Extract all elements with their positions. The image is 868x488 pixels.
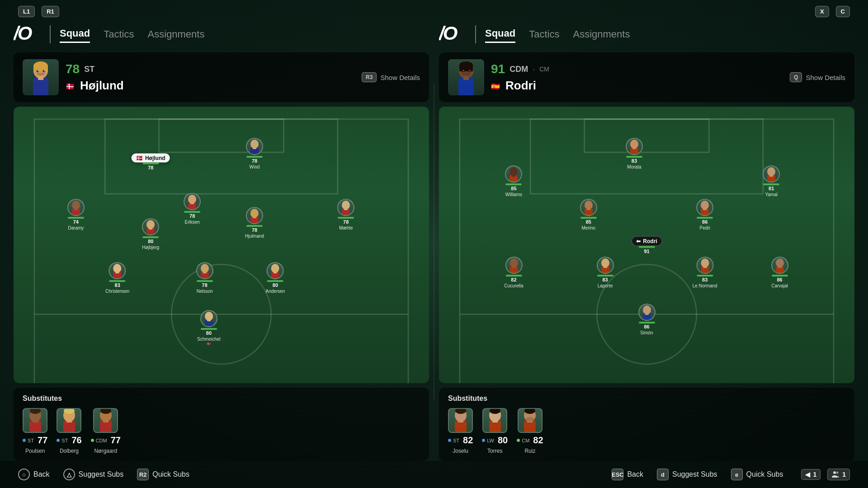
sub-joselu[interactable]: ST 82 Joselu [448, 408, 473, 454]
right-tab-squad[interactable]: Squad [485, 25, 515, 43]
right-back-action[interactable]: ESC Back [612, 469, 643, 480]
daramy-rating: 74 [73, 220, 79, 225]
poulsen-pos-dot [23, 439, 26, 442]
svg-rect-50 [33, 419, 38, 422]
pitch-player-morata[interactable]: 83 Morata [626, 138, 643, 169]
svg-rect-98 [604, 266, 607, 268]
svg-rect-65 [458, 78, 474, 95]
williams-name: Williams [505, 192, 522, 197]
right-tab-tactics[interactable]: Tactics [529, 26, 559, 42]
joselu-pos-dot [448, 439, 451, 442]
laporte-rating: 83 [602, 277, 608, 282]
r1-button[interactable]: R1 [42, 6, 59, 17]
pitch-player-pedri[interactable]: 86 Pedri [696, 199, 713, 230]
maehle-rating: 78 [343, 220, 349, 225]
simon-bar [639, 322, 655, 324]
laporte-name: Laporte [598, 283, 613, 288]
l1-button[interactable]: L1 [18, 6, 35, 17]
left-player-name: Højlund [80, 79, 124, 93]
pitch-player-carvajal[interactable]: 86 Carvajal [771, 257, 788, 288]
svg-rect-35 [149, 227, 152, 230]
pitch-player-daramy[interactable]: 74 Daramy [67, 199, 85, 230]
left-player-card: 78 ST 🇩🇰 Højlund R3 Show Details [14, 52, 429, 102]
pitch-player-williams[interactable]: 85 Williams [505, 165, 522, 197]
poulsen-pos: ST [23, 438, 34, 443]
schmeichel-bar [201, 328, 217, 330]
pitch-player-nelsson[interactable]: 78 Nelsson [196, 262, 213, 294]
pitch-player-simon[interactable]: 86 Simón [638, 304, 656, 335]
svg-text:/O: /O [439, 23, 458, 43]
svg-point-70 [469, 70, 470, 71]
pitch-player-andersen[interactable]: 80 Andersen [266, 262, 285, 294]
pitch-player-schmeichel[interactable]: 80 Schmeichel 🇩🇰 [197, 310, 221, 346]
lenormand-rating: 83 [702, 277, 708, 282]
williams-bar [505, 183, 522, 185]
sub-ruiz[interactable]: CM 82 Ruiz [517, 408, 543, 454]
pitch-player-rodri[interactable]: ⬅ Rodri 91 [631, 236, 662, 254]
svg-rect-15 [159, 119, 284, 153]
hojlund-bubble: 🇩🇰 Højlund [132, 154, 170, 163]
right-suggest-subs-action[interactable]: d Suggest Subs [657, 469, 717, 480]
x-button[interactable]: X [815, 6, 829, 17]
poulsen-pos-label: ST [28, 438, 34, 443]
hjulmand-name: Hjulmand [245, 234, 264, 239]
pitch-player-hjulmand[interactable]: 78 Hjulmand [245, 207, 264, 239]
svg-rect-29 [253, 216, 256, 218]
wind-bar [246, 156, 263, 158]
left-tab-squad[interactable]: Squad [60, 25, 90, 43]
svg-rect-75 [585, 119, 709, 153]
pitch-player-maehle[interactable]: 78 Mæhle [337, 199, 354, 230]
c-button[interactable]: C [836, 6, 850, 17]
svg-rect-80 [632, 147, 636, 149]
right-show-details[interactable]: Q Show Details [790, 72, 845, 82]
joselu-pos-label: ST [453, 438, 459, 443]
sub-torres[interactable]: LW 80 Torres [482, 408, 508, 454]
pitch-player-eriksen[interactable]: 78 Eriksen [184, 193, 201, 225]
merino-name: Merino [582, 225, 596, 230]
pitch-player-lenormand[interactable]: 83 Le Normand [693, 257, 717, 288]
left-show-details-btn: R3 [362, 72, 377, 82]
sub-poulsen[interactable]: ST 77 Poulsen [23, 408, 47, 454]
svg-rect-23 [74, 208, 78, 210]
pitch-player-cucurella[interactable]: 82 Cucurella [504, 257, 523, 288]
pitch-player-christensen[interactable]: 83 Christensen [105, 262, 129, 294]
svg-point-122 [836, 472, 839, 474]
page-counter[interactable]: ◀ 1 [801, 469, 821, 480]
norgaard-name: Nørgaard [94, 448, 117, 454]
nelsson-bar [197, 280, 213, 282]
sub-norgaard[interactable]: CDM 77 Nørgaard [91, 408, 121, 454]
hjulmand-bar [246, 225, 263, 227]
maehle-bar [338, 217, 354, 219]
laporte-bar [597, 275, 613, 277]
ruiz-name: Ruiz [524, 448, 535, 454]
pitch-player-yamal[interactable]: 81 Yamal [763, 165, 780, 197]
rodri-arrow-icon: ⬅ [636, 238, 641, 244]
right-player-avatar [448, 59, 484, 95]
pitch-player-merino[interactable]: 85 Merino [580, 199, 597, 230]
daramy-bar [68, 217, 84, 219]
left-player-pos: ST [84, 65, 94, 74]
yamal-face [763, 165, 780, 183]
cucurella-name: Cucurella [504, 283, 523, 288]
cucurella-rating: 82 [511, 277, 516, 282]
left-suggest-subs-action[interactable]: △ Suggest Subs [63, 469, 124, 480]
pitch-player-laporte[interactable]: 83 Laporte [597, 257, 614, 288]
pitch-player-wind[interactable]: 78 Wind [246, 138, 263, 169]
left-player-rating-pos: 78 ST [66, 62, 355, 76]
left-quick-subs-action[interactable]: R2 Quick Subs [137, 469, 189, 480]
left-tab-tactics[interactable]: Tactics [104, 26, 134, 42]
left-show-details[interactable]: R3 Show Details [362, 72, 420, 82]
pitch-player-hojlund[interactable]: 🇩🇰 Højlund 78 [132, 154, 170, 170]
right-substitutes: Substitutes ST [439, 388, 854, 461]
joselu-rating: 82 [463, 435, 473, 446]
right-tab-assignments[interactable]: Assignments [573, 26, 630, 42]
left-tab-assignments[interactable]: Assignments [147, 26, 204, 42]
right-quick-subs-action[interactable]: e Quick Subs [731, 469, 783, 480]
left-back-action[interactable]: ○ Back [18, 469, 50, 480]
left-substitutes-title: Substitutes [23, 394, 420, 403]
pitch-player-hojbjerg[interactable]: 80 Højbjerg [142, 218, 159, 250]
morata-rating: 83 [632, 159, 637, 164]
left-back-btn-icon: ○ [18, 469, 30, 480]
sub-dolberg[interactable]: ST 76 Dolberg [57, 408, 81, 454]
left-pitch: 🇩🇰 Højlund 78 78 Wind [14, 107, 429, 383]
